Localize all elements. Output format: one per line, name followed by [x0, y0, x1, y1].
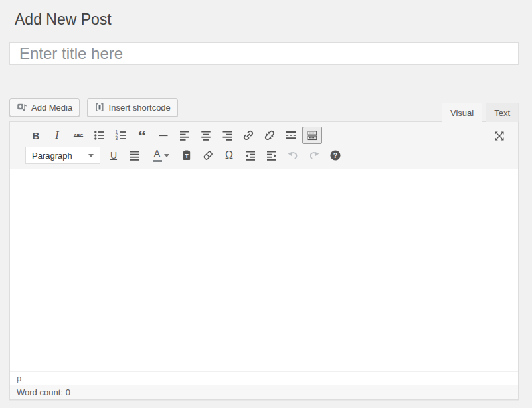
- add-media-label: Add Media: [31, 103, 72, 113]
- insert-shortcode-label: Insert shortcode: [109, 103, 171, 113]
- distraction-free-button[interactable]: [489, 127, 509, 145]
- insert-more-tag-button[interactable]: [281, 127, 301, 144]
- paste-as-text-icon: T: [180, 149, 193, 162]
- outdent-button[interactable]: [240, 147, 260, 164]
- format-select-value: Paragraph: [32, 151, 72, 161]
- insert-shortcode-button[interactable]: Insert shortcode: [87, 98, 178, 117]
- distraction-free-icon: [493, 129, 506, 143]
- toolbar-toggle-button[interactable]: [302, 127, 322, 144]
- editor-toolbar: BIABC123“ Paragraph UATΩ?: [10, 122, 518, 169]
- help-icon: ?: [329, 149, 342, 162]
- special-character-icon: Ω: [222, 149, 236, 162]
- add-media-button[interactable]: Add Media: [9, 98, 80, 117]
- word-count-value: 0: [66, 387, 70, 397]
- underline-button[interactable]: U: [104, 147, 124, 164]
- special-character-button[interactable]: Ω: [219, 147, 239, 164]
- chevron-down-icon: [164, 154, 169, 157]
- element-path-bar: p: [10, 371, 518, 385]
- undo-icon: [286, 149, 300, 162]
- clear-formatting-button[interactable]: [198, 147, 218, 164]
- clear-formatting-icon: [201, 149, 215, 162]
- align-left-icon: [178, 129, 191, 142]
- toolbar-right: [489, 127, 510, 145]
- editor-content[interactable]: [10, 169, 518, 371]
- remove-link-button[interactable]: [260, 127, 280, 144]
- insert-link-icon: [242, 129, 255, 142]
- indent-button[interactable]: [262, 147, 282, 164]
- page-title: Add New Post: [15, 9, 519, 29]
- align-right-button[interactable]: [217, 127, 237, 144]
- format-select[interactable]: Paragraph: [25, 147, 100, 164]
- strikethrough-icon: ABC: [72, 129, 85, 142]
- editor-container: BIABC123“ Paragraph UATΩ? p Word count: …: [9, 121, 519, 400]
- underline-icon: U: [107, 149, 120, 162]
- justify-button[interactable]: [125, 147, 145, 164]
- text-color-button[interactable]: A: [146, 147, 175, 164]
- align-left-button[interactable]: [175, 127, 195, 144]
- add-media-icon: [17, 102, 27, 113]
- tab-visual[interactable]: Visual: [442, 103, 482, 122]
- shortcode-icon: [94, 102, 105, 113]
- add-new-post-page: Add New Post Add Media Insert shortcode …: [9, 0, 519, 400]
- indent-icon: [265, 149, 278, 162]
- word-count-label: Word count:: [17, 387, 63, 397]
- bullet-list-icon: [93, 129, 106, 142]
- align-center-icon: [199, 129, 213, 142]
- italic-button[interactable]: I: [47, 127, 67, 144]
- numbered-list-icon: 123: [114, 129, 128, 142]
- toolbar-row-1: BIABC123“: [10, 126, 518, 145]
- blockquote-button[interactable]: “: [132, 127, 152, 144]
- numbered-list-button[interactable]: 123: [111, 127, 131, 144]
- bullet-list-button[interactable]: [90, 127, 110, 144]
- path-item-p[interactable]: p: [17, 374, 21, 383]
- redo-button[interactable]: [304, 147, 324, 164]
- italic-icon: I: [50, 129, 64, 142]
- horizontal-rule-button[interactable]: [153, 127, 173, 144]
- strikethrough-button[interactable]: ABC: [68, 127, 88, 144]
- svg-text:?: ?: [333, 151, 337, 159]
- help-button[interactable]: ?: [325, 147, 345, 164]
- horizontal-rule-icon: [157, 129, 170, 142]
- text-color-icon: A: [153, 149, 162, 162]
- bold-icon: B: [29, 129, 43, 142]
- bold-button[interactable]: B: [26, 127, 46, 144]
- align-center-button[interactable]: [196, 127, 216, 144]
- editor-top-row: Add Media Insert shortcode Visual Text: [9, 98, 519, 117]
- insert-link-button[interactable]: [238, 127, 258, 144]
- toolbar-toggle-icon: [306, 129, 319, 142]
- redo-icon: [308, 149, 321, 162]
- undo-button[interactable]: [283, 147, 303, 164]
- svg-text:T: T: [185, 153, 189, 159]
- post-title-input[interactable]: [9, 42, 519, 65]
- justify-icon: [128, 149, 141, 162]
- tab-text[interactable]: Text: [486, 103, 519, 122]
- insert-more-tag-icon: [284, 129, 298, 142]
- paste-as-text-button[interactable]: T: [177, 147, 197, 164]
- remove-link-icon: [263, 129, 276, 142]
- align-right-icon: [221, 129, 234, 142]
- chevron-down-icon: [88, 154, 94, 157]
- outdent-icon: [244, 149, 257, 162]
- toolbar-row-2: Paragraph UATΩ?: [10, 146, 518, 165]
- editor-mode-tabs: Visual Text: [442, 103, 519, 122]
- svg-text:3: 3: [116, 136, 118, 141]
- blockquote-icon: “: [135, 129, 149, 142]
- word-count-bar: Word count: 0: [10, 385, 518, 399]
